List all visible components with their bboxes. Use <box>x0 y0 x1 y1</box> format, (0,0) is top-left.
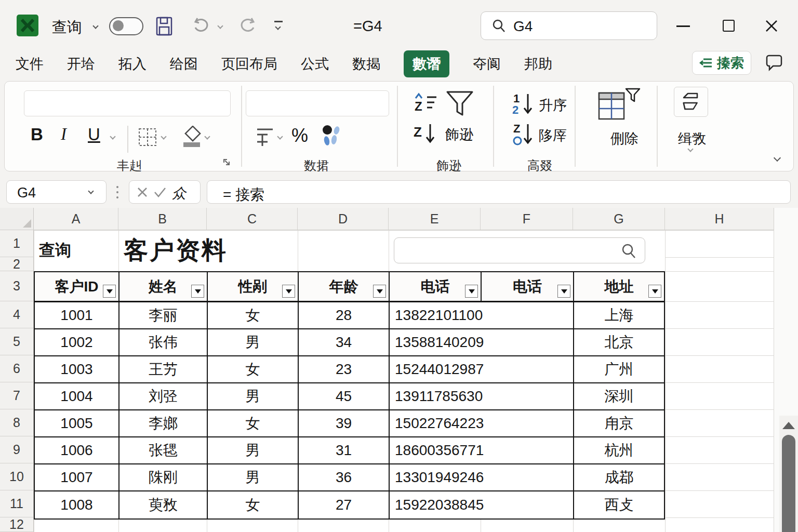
row-header-5[interactable]: 5 <box>0 328 34 355</box>
chevron-down-icon[interactable] <box>92 23 98 29</box>
cell-D4[interactable]: 28 <box>299 302 390 329</box>
undo-chevron-icon[interactable] <box>217 23 223 29</box>
cell-C7[interactable]: 男 <box>208 383 299 410</box>
cell-B4[interactable]: 李丽 <box>119 302 208 329</box>
cell-A7[interactable]: 1004 <box>35 383 119 410</box>
sort-za-icon[interactable]: Z <box>413 122 437 146</box>
column-header-F[interactable]: F <box>481 208 573 230</box>
cell-G5[interactable]: 北京 <box>574 329 664 356</box>
dialog-launcher-icon[interactable] <box>222 157 231 167</box>
titlebar-search-box[interactable]: G4 <box>481 11 657 40</box>
sort-az-icon[interactable]: Z <box>413 92 437 116</box>
autosave-label[interactable]: 查询 <box>52 17 82 38</box>
scroll-up-icon[interactable] <box>782 422 795 429</box>
collapse-ribbon-chevron-icon[interactable] <box>774 154 781 162</box>
alignment-input[interactable] <box>246 90 389 116</box>
menu-tab-10[interactable]: 邦助 <box>524 55 552 73</box>
drag-dots-icon[interactable] <box>116 191 118 193</box>
fx-icon[interactable]: 众 <box>172 184 186 203</box>
filter-button-label[interactable]: 飾逊 <box>445 125 473 144</box>
cell-E6[interactable]: 15244012987 <box>390 356 574 383</box>
cell-D5[interactable]: 34 <box>299 329 390 356</box>
cell-C8[interactable]: 女 <box>208 410 299 437</box>
row-header-6[interactable]: 6 <box>0 355 34 382</box>
in-sheet-search-box[interactable] <box>394 237 645 263</box>
cell-A6[interactable]: 1003 <box>35 356 119 383</box>
cell-B9[interactable]: 张毸 <box>119 437 208 464</box>
filter-button-C[interactable] <box>282 285 295 298</box>
cell-E7[interactable]: 13911785630 <box>390 383 574 410</box>
cell-A10[interactable]: 1007 <box>35 464 119 491</box>
percent-style-button[interactable]: % <box>291 125 308 147</box>
row-header-10[interactable]: 10 <box>0 463 34 490</box>
cell-E8[interactable]: 15022764223 <box>390 410 574 437</box>
cell-a1[interactable]: 查询 <box>39 237 71 263</box>
sheet-area[interactable]: ABCDEFGH 123456789101112 查询 客户资料 客户ID姓名性… <box>0 208 774 532</box>
filter-button-G[interactable] <box>648 285 661 298</box>
formula-input[interactable]: = 接索 <box>207 180 791 204</box>
scrollbar-thumb[interactable] <box>782 435 795 532</box>
menu-tab-2[interactable]: 开垥 <box>67 55 95 73</box>
sort-ascending-label[interactable]: 升序 <box>539 96 567 115</box>
ribbon-search-button[interactable]: 搸索 <box>692 51 751 75</box>
cell-G10[interactable]: 成鄀 <box>574 464 664 491</box>
cell-C4[interactable]: 女 <box>208 302 299 329</box>
filter-button-D[interactable] <box>373 285 386 298</box>
excel-app-icon[interactable] <box>17 15 38 36</box>
cell-A9[interactable]: 1006 <box>35 437 119 464</box>
cell-A11[interactable]: 1008 <box>35 491 119 518</box>
cell-A5[interactable]: 1002 <box>35 329 119 356</box>
menu-tab-9[interactable]: 夺阆 <box>473 55 501 73</box>
maximize-button[interactable] <box>723 20 735 32</box>
borders-chevron-icon[interactable] <box>161 134 166 139</box>
menu-tab-5[interactable]: 页回布局 <box>221 55 277 73</box>
cell-B6[interactable]: 王艻 <box>119 356 208 383</box>
cell-A8[interactable]: 1005 <box>35 410 119 437</box>
cell-D6[interactable]: 23 <box>299 356 390 383</box>
cell-C5[interactable]: 男 <box>208 329 299 356</box>
cell-B5[interactable]: 张伟 <box>119 329 208 356</box>
column-header-D[interactable]: D <box>298 208 389 230</box>
quick-access-bar-icon[interactable] <box>274 21 283 22</box>
delete-table-icon[interactable] <box>597 87 642 121</box>
cell-D9[interactable]: 31 <box>299 437 390 464</box>
column-header-B[interactable]: B <box>118 208 207 230</box>
cell-E10[interactable]: 13301949246 <box>390 464 574 491</box>
cell-G9[interactable]: 杭州 <box>574 437 664 464</box>
edit-button-label[interactable]: 缉敩 <box>669 129 715 148</box>
sort-descending-icon[interactable]: Z <box>512 122 535 146</box>
column-header-C[interactable]: C <box>207 208 298 230</box>
cell-G11[interactable]: 西攴 <box>574 491 664 518</box>
autosave-toggle[interactable] <box>109 17 143 35</box>
cell-E4[interactable]: 13822101100 <box>390 302 574 329</box>
cell-B10[interactable]: 陎刚 <box>119 464 208 491</box>
vertical-scrollbar[interactable] <box>779 416 798 532</box>
undo-icon[interactable] <box>192 17 211 34</box>
menu-tab-6[interactable]: 公式 <box>301 55 329 73</box>
menu-tab-4[interactable]: 给囵 <box>170 55 198 73</box>
cell-G8[interactable]: 甪京 <box>574 410 664 437</box>
cell-D8[interactable]: 39 <box>299 410 390 437</box>
underline-chevron-icon[interactable] <box>110 134 115 139</box>
edit-button[interactable] <box>674 87 708 117</box>
cell-C9[interactable]: 男 <box>208 437 299 464</box>
filter-button-B[interactable] <box>191 285 204 298</box>
filter-button-F[interactable] <box>557 285 570 298</box>
row-header-11[interactable]: 11 <box>0 490 34 517</box>
italic-button[interactable]: I <box>61 125 66 144</box>
row-header-7[interactable]: 7 <box>0 382 34 409</box>
sort-descending-label[interactable]: 陊厗 <box>539 126 567 145</box>
row-header-2[interactable]: 2 <box>0 257 34 271</box>
row-header-12[interactable]: 12 <box>0 517 34 532</box>
cancel-icon[interactable] <box>137 187 148 198</box>
row-header-4[interactable]: 4 <box>0 301 34 328</box>
drag-dots-icon[interactable] <box>116 196 118 198</box>
cell-G6[interactable]: 广州 <box>574 356 664 383</box>
comment-icon[interactable] <box>765 54 783 71</box>
menu-tab-7[interactable]: 数揭 <box>352 55 380 73</box>
filter-funnel-icon[interactable] <box>445 90 474 117</box>
minimize-button[interactable] <box>676 25 690 27</box>
cell-E9[interactable]: 18600356771 <box>390 437 574 464</box>
row-header-3[interactable]: 3 <box>0 271 34 301</box>
number-format-chevron-icon[interactable] <box>277 134 283 139</box>
